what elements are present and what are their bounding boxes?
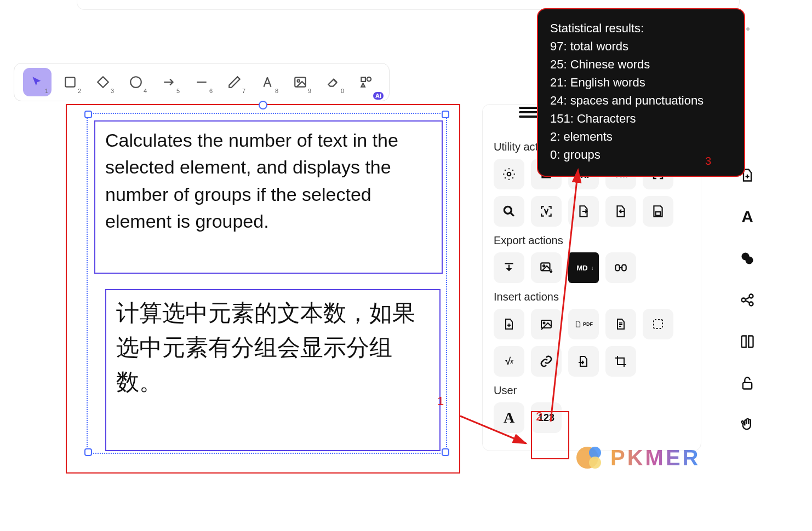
pkmer-watermark: PKMER — [575, 442, 700, 474]
section-title: Export actions — [494, 234, 690, 247]
svg-rect-5 — [295, 77, 306, 86]
canvas-selection-region: Calculates the number of text in the sel… — [66, 104, 460, 474]
svg-point-9 — [507, 172, 511, 176]
tool-sub: 6 — [209, 88, 213, 94]
font-style-icon[interactable]: A — [494, 402, 524, 433]
tooltip-title: Statistical results: — [550, 19, 732, 37]
stat-row: 24: spaces and punctuations — [550, 91, 732, 109]
tool-rect[interactable]: 2 — [56, 68, 84, 96]
hand-icon[interactable] — [737, 415, 757, 435]
tool-sub: 7 — [242, 88, 245, 94]
svg-point-4 — [130, 77, 141, 88]
markdown-icon[interactable]: MD↓ — [568, 252, 599, 283]
svg-rect-15 — [615, 265, 620, 271]
insert-into-file-icon[interactable] — [568, 346, 599, 377]
rotate-handle-icon[interactable] — [259, 101, 267, 109]
tool-sub: 8 — [275, 88, 278, 94]
svg-rect-3 — [65, 77, 75, 86]
tool-image[interactable]: 9 — [286, 68, 314, 96]
tool-pencil[interactable]: 7 — [220, 68, 249, 96]
text-A-icon[interactable]: A — [737, 207, 757, 227]
tool-diamond[interactable]: 3 — [89, 68, 117, 96]
svg-point-30 — [589, 457, 601, 469]
tool-text[interactable]: 8 — [253, 68, 282, 96]
tool-sub: 9 — [308, 88, 311, 94]
svg-rect-7 — [361, 77, 365, 82]
tool-shapes-ai[interactable]: AI — [352, 68, 380, 96]
insert-image-icon[interactable] — [531, 309, 562, 339]
image-export-icon[interactable] — [531, 252, 562, 283]
tool-arrow[interactable]: 5 — [155, 68, 183, 96]
download-icon[interactable] — [494, 252, 524, 283]
text-block-english[interactable]: Calculates the number of text in the sel… — [94, 120, 443, 274]
unlock-icon[interactable] — [737, 373, 757, 393]
insert-file-icon[interactable] — [494, 309, 524, 339]
section-title: Insert actions — [494, 291, 690, 303]
drawing-toolbar: 1 2 3 4 5 6 7 8 9 0 AI — [14, 63, 390, 101]
graph-icon[interactable] — [737, 290, 757, 310]
settings-icon[interactable] — [494, 159, 524, 189]
book-icon[interactable] — [737, 332, 757, 351]
stat-row: 97: total words — [550, 37, 732, 55]
tool-line[interactable]: 6 — [187, 68, 216, 96]
svg-point-18 — [544, 322, 545, 324]
tool-eraser[interactable]: 0 — [319, 68, 347, 96]
stat-row: 2: elements — [550, 128, 732, 146]
stat-row: 21: English words — [550, 73, 732, 91]
tool-sub: 2 — [78, 88, 81, 94]
insert-math-icon[interactable]: √x — [494, 346, 524, 377]
tool-sub: 0 — [341, 88, 344, 94]
svg-point-11 — [504, 206, 511, 213]
svg-point-23 — [750, 295, 753, 298]
pkmer-logo-icon — [575, 442, 607, 474]
import-left-icon[interactable] — [605, 196, 636, 227]
tool-sub: 4 — [144, 88, 147, 94]
svg-point-6 — [298, 80, 300, 82]
pkmer-text: PKMER — [610, 446, 700, 470]
svg-rect-13 — [541, 263, 550, 270]
svg-rect-16 — [622, 265, 626, 271]
annotation-1: 1 — [437, 394, 444, 408]
annotation-2: 2 — [536, 409, 542, 424]
svg-point-8 — [367, 77, 371, 82]
tool-sub: 1 — [45, 88, 48, 94]
insert-pdf-icon[interactable]: PDF — [568, 309, 599, 339]
stats-tooltip: Statistical results: 97: total words 25:… — [537, 8, 745, 177]
tool-sub: 3 — [111, 88, 114, 94]
crop-icon[interactable] — [605, 346, 636, 377]
svg-point-21 — [746, 257, 753, 264]
svg-rect-19 — [654, 320, 662, 328]
text-block-chinese[interactable]: 计算选中元素的文本数，如果选中元素有分组会显示分组数。 — [105, 289, 441, 451]
stat-row: 25: Chinese words — [550, 55, 732, 73]
tool-select[interactable]: 1 — [23, 68, 52, 96]
svg-point-14 — [543, 265, 545, 267]
svg-rect-12 — [656, 212, 661, 216]
tool-sub: 5 — [176, 88, 180, 94]
ocr-icon[interactable] — [531, 196, 562, 227]
svg-point-24 — [750, 302, 753, 306]
ai-badge: AI — [373, 92, 384, 100]
stat-row: 151: Characters — [550, 109, 732, 128]
export-right-icon[interactable] — [568, 196, 599, 227]
save-icon[interactable] — [643, 196, 673, 227]
link-export-icon[interactable] — [605, 252, 636, 283]
annotation-3: 3 — [705, 153, 711, 169]
tool-circle[interactable]: 4 — [122, 68, 150, 96]
insert-selection-icon[interactable] — [643, 309, 673, 339]
section-title: User — [494, 384, 690, 397]
svg-rect-25 — [743, 383, 752, 389]
svg-rect-17 — [541, 320, 551, 328]
search-icon[interactable] — [494, 196, 524, 227]
rings-icon[interactable] — [737, 249, 757, 268]
insert-link-icon[interactable] — [531, 346, 562, 377]
svg-point-22 — [742, 298, 746, 302]
insert-page-icon[interactable] — [605, 309, 636, 339]
